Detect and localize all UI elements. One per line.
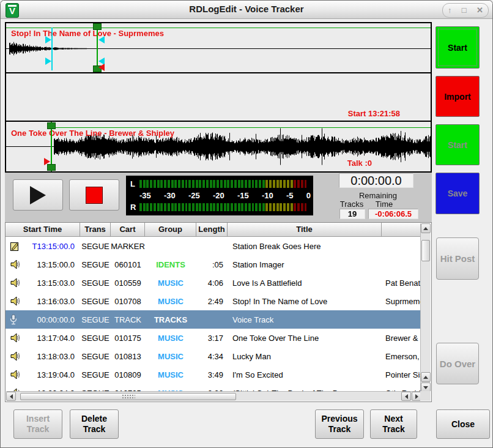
cell-cart: 010809 bbox=[111, 370, 145, 379]
track-start-handle[interactable] bbox=[47, 122, 56, 129]
cell-start-time: 13:15:00.0 bbox=[26, 260, 80, 269]
table-row[interactable]: T13:15:00.0SEGUEMARKERStation Break Goes… bbox=[6, 237, 421, 255]
insert-track-button[interactable]: Insert Track bbox=[13, 409, 62, 439]
start-next-button[interactable]: Start bbox=[436, 124, 480, 165]
arrow-down-icon bbox=[423, 386, 428, 389]
cell-start-time: 13:19:04.0 bbox=[26, 370, 80, 379]
scroll-up-button[interactable] bbox=[421, 372, 431, 382]
waveform-centerline bbox=[6, 146, 431, 147]
segue-start-handle[interactable] bbox=[93, 23, 102, 30]
save-button[interactable]: Save bbox=[436, 173, 480, 214]
table-row[interactable]: 13:19:04.0SEGUE010809MUSIC3:49I'm So Exc… bbox=[6, 365, 421, 384]
table-row[interactable]: 13:16:03.0SEGUE010708MUSIC2:49Stop! In T… bbox=[6, 292, 421, 310]
previous-track-pane[interactable]: Stop! In The Name of Love - Suprmemes bbox=[6, 23, 431, 73]
cell-artist: Pat Benatar bbox=[382, 278, 421, 288]
cell-cart: 010175 bbox=[111, 334, 145, 343]
cell-artist: Pointer Sisters bbox=[382, 370, 421, 379]
cell-cart: 010559 bbox=[111, 278, 145, 288]
speaker-icon bbox=[6, 351, 26, 362]
play-icon bbox=[30, 186, 46, 204]
close-icon[interactable]: ✕ bbox=[476, 4, 483, 17]
delete-track-button[interactable]: Delete Track bbox=[70, 409, 119, 439]
arrow-right-icon bbox=[415, 394, 418, 399]
speaker-icon bbox=[6, 296, 26, 307]
fade-marker-handle-icon[interactable] bbox=[98, 36, 105, 43]
column-header-length[interactable]: Length bbox=[196, 223, 228, 237]
segue-start-line[interactable] bbox=[97, 23, 98, 72]
close-button[interactable]: Close bbox=[436, 409, 490, 439]
start-record-button[interactable]: Start bbox=[436, 26, 480, 69]
column-header-start-time[interactable]: Start Time bbox=[6, 223, 80, 237]
cell-cart: 060101 bbox=[111, 260, 145, 269]
window-controls: ↑ □ ✕ bbox=[442, 3, 489, 18]
arrow-left-icon bbox=[10, 394, 13, 399]
grip-dots-icon bbox=[122, 394, 135, 400]
column-header-blank[interactable] bbox=[382, 223, 421, 237]
previous-track-button[interactable]: Previous Track bbox=[315, 409, 364, 439]
vertical-scrollbar[interactable] bbox=[420, 223, 431, 392]
cell-trans: SEGUE bbox=[80, 370, 111, 379]
table-row[interactable]: 13:18:03.0SEGUE010813MUSIC4:34Lucky ManE… bbox=[6, 347, 421, 365]
cell-group: MUSIC bbox=[145, 352, 196, 361]
table-row[interactable]: 13:15:00.0SEGUE060101IDENTS:05Station Im… bbox=[6, 255, 421, 274]
meter-right-label: R bbox=[130, 203, 136, 212]
table-row[interactable]: 13:17:04.0SEGUE010175MUSIC3:17One Toke O… bbox=[6, 329, 421, 347]
column-header-title[interactable]: Title bbox=[228, 223, 382, 237]
do-over-button[interactable]: Do Over bbox=[436, 343, 479, 384]
scroll-up-button[interactable] bbox=[421, 223, 431, 233]
waveform-centerline bbox=[6, 48, 431, 49]
cell-length: 3:49 bbox=[196, 370, 228, 379]
column-header-group[interactable]: Group bbox=[145, 223, 196, 237]
arrow-left-icon bbox=[405, 394, 408, 399]
next-track-pane[interactable]: One Toke Over The Line - Brewer & Shiple… bbox=[6, 122, 431, 171]
import-button[interactable]: Import bbox=[436, 76, 480, 117]
maximize-icon[interactable]: □ bbox=[462, 4, 467, 17]
tracks-remaining-value: 19 bbox=[339, 209, 365, 219]
next-track-button[interactable]: Next Track bbox=[370, 409, 417, 439]
hit-post-button[interactable]: Hit Post bbox=[436, 237, 479, 280]
voice-track-pane[interactable]: Start 13:21:58 bbox=[6, 73, 431, 122]
cell-title: Stop! In The Name of Love bbox=[228, 297, 382, 306]
cell-start-time: 13:16:03.0 bbox=[26, 297, 80, 306]
talk-time-label: Talk :0 bbox=[347, 159, 372, 168]
cell-group: MUSIC bbox=[145, 278, 196, 288]
horizontal-scrollbar[interactable] bbox=[6, 391, 421, 401]
arrow-up-icon bbox=[423, 227, 428, 230]
cell-trans: SEGUE bbox=[80, 242, 111, 251]
cell-group: MUSIC bbox=[145, 297, 196, 306]
log-event-table: Start Time Trans Cart Group Length Title… bbox=[5, 222, 432, 402]
horizontal-scroll-thumb[interactable] bbox=[20, 393, 236, 400]
time-label: Time bbox=[363, 200, 406, 209]
elapsed-time-display: 0:00:00.0 bbox=[339, 173, 413, 188]
table-row[interactable]: 00:00:00.0SEGUETRACKTRACKSVoice Track bbox=[6, 310, 421, 329]
speaker-icon bbox=[6, 259, 26, 270]
previous-track-title: Stop! In The Name of Love - Suprmemes bbox=[11, 29, 164, 38]
scroll-left-button[interactable] bbox=[401, 392, 411, 401]
cell-cart: MARKER bbox=[111, 242, 145, 251]
fade-marker-handle-icon[interactable] bbox=[45, 36, 51, 43]
end-marker-icon[interactable] bbox=[98, 64, 105, 71]
cell-trans: SEGUE bbox=[80, 315, 111, 324]
table-row[interactable]: 13:15:03.0SEGUE010559MUSIC4:06Love Is A … bbox=[6, 274, 421, 292]
vertical-scroll-thumb[interactable] bbox=[421, 240, 430, 261]
column-header-cart[interactable]: Cart bbox=[111, 223, 145, 237]
column-header-trans[interactable]: Trans bbox=[80, 223, 111, 237]
segue-rail-line bbox=[6, 28, 431, 28]
fade-marker-handle-icon[interactable] bbox=[45, 58, 51, 65]
shade-icon[interactable]: ↑ bbox=[448, 4, 452, 17]
title-bar[interactable]: V RDLogEdit - Voice Tracker ↑ □ ✕ bbox=[1, 1, 492, 19]
cell-title: I'm So Excited bbox=[228, 370, 382, 379]
speaker-icon bbox=[6, 333, 26, 343]
talk-marker-icon[interactable] bbox=[44, 158, 50, 165]
scroll-left-button[interactable] bbox=[6, 392, 16, 401]
fade-marker-line[interactable] bbox=[51, 28, 53, 70]
cell-length: 4:34 bbox=[196, 352, 228, 361]
cell-trans: SEGUE bbox=[80, 278, 111, 288]
speaker-icon bbox=[6, 278, 26, 288]
cell-length: 3:17 bbox=[196, 334, 228, 343]
stop-button[interactable] bbox=[69, 179, 119, 211]
table-header: Start Time Trans Cart Group Length Title bbox=[6, 223, 421, 237]
play-button[interactable] bbox=[13, 179, 63, 211]
cell-artist: Suprmemes bbox=[382, 297, 421, 306]
cell-start-time: T13:15:00.0 bbox=[26, 242, 80, 251]
